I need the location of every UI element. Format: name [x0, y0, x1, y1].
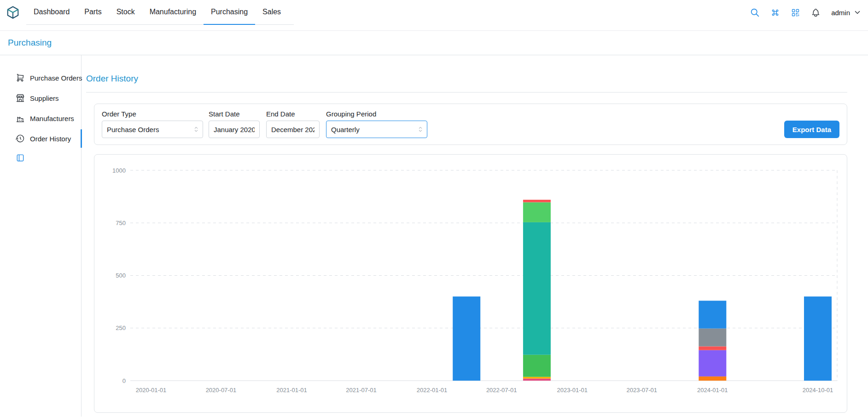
svg-text:2024-01-01: 2024-01-01	[697, 387, 728, 394]
breadcrumb-purchasing[interactable]: Purchasing	[8, 38, 52, 48]
sidebar-collapse-icon[interactable]	[16, 153, 25, 162]
navbar-spacer	[294, 0, 750, 30]
start-date-input[interactable]	[209, 121, 260, 138]
command-palette-icon[interactable]	[770, 8, 780, 17]
notifications-bell-icon[interactable]	[811, 8, 821, 17]
sidebar-item-manufacturers[interactable]: Manufacturers	[0, 108, 81, 128]
tab-purchasing[interactable]: Purchasing	[204, 0, 255, 25]
sidebar-item-label: Purchase Orders	[30, 74, 82, 82]
svg-text:1000: 1000	[112, 167, 126, 174]
top-navbar: Dashboard Parts Stock Manufacturing Purc…	[0, 0, 868, 31]
svg-text:750: 750	[116, 220, 126, 226]
svg-text:0: 0	[122, 377, 126, 384]
history-icon	[16, 134, 25, 143]
end-date-input[interactable]	[266, 121, 320, 138]
main-content: Order History Order Type Purchase Orders…	[82, 55, 868, 417]
breadcrumb-bar: Purchasing	[0, 31, 868, 55]
filter-panel: Order Type Purchase Orders Start Date En…	[94, 104, 847, 145]
inventree-logo-icon	[6, 6, 20, 19]
sidebar-item-order-history[interactable]: Order History	[0, 128, 81, 149]
sidebar-item-suppliers[interactable]: Suppliers	[0, 88, 81, 108]
title-divider	[86, 92, 847, 93]
end-date-label: End Date	[266, 110, 320, 118]
username-label: admin	[831, 9, 850, 17]
svg-text:2023-01-01: 2023-01-01	[557, 387, 588, 394]
selector-updown-icon	[417, 126, 424, 133]
navbar-actions: admin	[750, 0, 862, 25]
order-history-stacked-bar-chart: 025050075010002020-01-012020-07-012021-0…	[94, 155, 847, 412]
chevron-down-icon	[853, 8, 862, 17]
purchasing-sidebar: Purchase Orders Suppliers Manufacturers	[0, 55, 82, 417]
barcode-scan-icon[interactable]	[791, 8, 800, 17]
tab-stock[interactable]: Stock	[109, 0, 142, 25]
sidebar-item-label: Suppliers	[30, 94, 59, 102]
tab-parts[interactable]: Parts	[77, 0, 109, 25]
order-type-field: Order Type Purchase Orders	[102, 110, 203, 138]
svg-text:2021-01-01: 2021-01-01	[276, 387, 307, 394]
page-title: Order History	[86, 74, 847, 84]
tab-manufacturing[interactable]: Manufacturing	[142, 0, 204, 25]
svg-text:2023-07-01: 2023-07-01	[627, 387, 658, 394]
order-type-value: Purchase Orders	[107, 126, 159, 133]
sidebar-item-label: Manufacturers	[30, 115, 74, 122]
svg-text:500: 500	[116, 272, 126, 279]
user-menu[interactable]: admin	[831, 8, 862, 17]
grouping-period-value: Quarterly	[331, 126, 360, 133]
order-type-label: Order Type	[102, 110, 203, 118]
start-date-label: Start Date	[209, 110, 260, 118]
selector-updown-icon	[192, 126, 200, 133]
order-type-select[interactable]: Purchase Orders	[102, 121, 203, 138]
tab-sales[interactable]: Sales	[255, 0, 288, 25]
shopping-cart-icon	[16, 73, 25, 82]
grouping-period-label: Grouping Period	[326, 110, 427, 118]
end-date-field: End Date	[266, 110, 320, 138]
search-icon[interactable]	[750, 8, 760, 17]
svg-text:2022-07-01: 2022-07-01	[486, 387, 517, 394]
sidebar-item-purchase-orders[interactable]: Purchase Orders	[0, 68, 81, 88]
export-data-button[interactable]: Export Data	[784, 121, 839, 138]
factory-icon	[16, 114, 25, 123]
order-history-chart-panel: 025050075010002020-01-012020-07-012021-0…	[94, 154, 847, 413]
app-logo[interactable]	[6, 0, 20, 25]
grouping-period-field: Grouping Period Quarterly	[326, 110, 427, 138]
sidebar-item-label: Order History	[30, 135, 71, 143]
svg-text:2024-10-01: 2024-10-01	[803, 387, 833, 394]
storefront-icon	[16, 93, 25, 103]
svg-text:250: 250	[116, 324, 126, 331]
svg-text:2020-01-01: 2020-01-01	[136, 387, 167, 394]
tab-dashboard[interactable]: Dashboard	[26, 0, 77, 25]
svg-text:2021-07-01: 2021-07-01	[346, 387, 377, 394]
main-nav-tabs: Dashboard Parts Stock Manufacturing Purc…	[26, 0, 294, 25]
svg-text:2022-01-01: 2022-01-01	[417, 387, 448, 394]
grouping-period-select[interactable]: Quarterly	[326, 121, 427, 138]
svg-text:2020-07-01: 2020-07-01	[206, 387, 236, 394]
start-date-field: Start Date	[209, 110, 260, 138]
